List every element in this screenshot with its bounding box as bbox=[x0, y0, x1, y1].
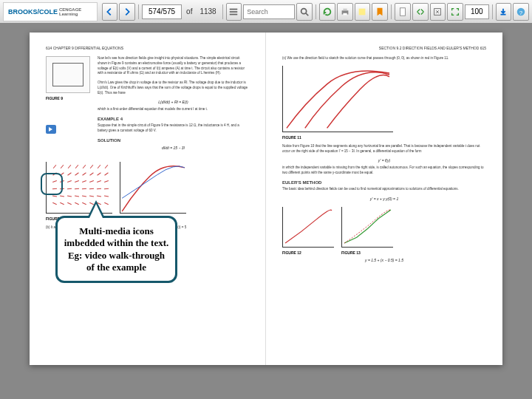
circuit-diagram bbox=[46, 56, 90, 93]
divider bbox=[492, 4, 493, 19]
note-button[interactable] bbox=[355, 3, 371, 21]
paragraph: Ohm's Law gives the drop in voltage due … bbox=[98, 81, 249, 95]
download-button[interactable] bbox=[496, 3, 512, 21]
search-input[interactable] bbox=[243, 4, 295, 19]
svg-text:?: ? bbox=[519, 9, 523, 16]
callout-text: Multi-media icons imbedded within the te… bbox=[64, 225, 169, 273]
page-header-right: SECTION 9.2 DIRECTION FIELDS AND EULER'S… bbox=[282, 46, 486, 50]
fit-button[interactable] bbox=[430, 3, 446, 21]
figure-13-label: FIGURE 13 bbox=[341, 250, 393, 255]
bookmark-button[interactable] bbox=[372, 3, 388, 21]
euler-plot-2 bbox=[341, 207, 393, 248]
svg-rect-0 bbox=[230, 8, 238, 10]
refresh-button[interactable] bbox=[319, 3, 335, 21]
formula: L(dI/dt) + RI = E(t) bbox=[98, 100, 249, 104]
paragraph: (c) We use the direction field to sketch… bbox=[282, 56, 486, 61]
divider bbox=[391, 4, 392, 19]
example-heading: EXAMPLE 4 bbox=[98, 117, 249, 121]
paragraph: Notice from Figure 10 that the line segm… bbox=[282, 144, 486, 154]
toc-button[interactable] bbox=[226, 3, 242, 21]
fullscreen-button[interactable] bbox=[447, 3, 463, 21]
help-button[interactable]: ? bbox=[513, 3, 529, 21]
svg-rect-5 bbox=[343, 8, 347, 10]
print-button[interactable] bbox=[337, 3, 353, 21]
svg-point-3 bbox=[301, 8, 307, 13]
paragraph: The basic idea behind direction fields c… bbox=[282, 187, 486, 192]
page-viewer: 614 CHAPTER 9 DIFFERENTIAL EQUATIONS FIG… bbox=[0, 24, 532, 399]
right-page: SECTION 9.2 DIRECTION FIELDS AND EULER'S… bbox=[266, 33, 502, 365]
example-text: Suppose that in the simple circuit of Fi… bbox=[98, 123, 249, 134]
solution-curve-plot bbox=[120, 162, 186, 214]
zoom-input[interactable]: 100 bbox=[465, 4, 489, 19]
svg-rect-8 bbox=[400, 7, 405, 16]
svg-rect-7 bbox=[359, 8, 366, 15]
svg-rect-1 bbox=[230, 11, 238, 13]
formula: y' = x + y y(0) = 1 bbox=[282, 197, 486, 201]
page-total: 1138 bbox=[200, 7, 216, 16]
euler-plot-1 bbox=[282, 207, 334, 248]
divider bbox=[316, 4, 316, 19]
formula: dI/dt = 15 − 3I bbox=[98, 146, 249, 150]
solution-heading: SOLUTION bbox=[98, 138, 249, 143]
annotation-callout: Multi-media icons imbedded within the te… bbox=[55, 216, 177, 283]
svg-rect-6 bbox=[343, 13, 347, 15]
paragraph: which is a first-order differential equa… bbox=[98, 107, 249, 112]
toolbar: BROOKS/COLE CENGAGE Learning 574/575 of … bbox=[0, 0, 532, 24]
figure-12-label: FIGURE 12 bbox=[282, 250, 334, 255]
divider bbox=[222, 4, 223, 19]
direction-field-large: document.write(Array.from({length:80},(_… bbox=[282, 66, 393, 132]
brand-logo: BROOKS/COLE CENGAGE Learning bbox=[3, 2, 98, 21]
new-doc-button[interactable] bbox=[395, 3, 411, 21]
brand-main: BROOKS/COLE bbox=[8, 8, 58, 16]
left-page: 614 CHAPTER 9 DIFFERENTIAL EQUATIONS FIG… bbox=[30, 33, 266, 365]
paragraph: in which the independent variable is mis… bbox=[282, 166, 486, 176]
page-of-label: of bbox=[186, 7, 192, 16]
next-page-button[interactable] bbox=[119, 3, 135, 21]
page-spread: 614 CHAPTER 9 DIFFERENTIAL EQUATIONS FIG… bbox=[30, 33, 502, 365]
formula: y = 1.5 + (x − 0.5) = 1.5 bbox=[282, 258, 486, 262]
callout-target-marker bbox=[41, 173, 63, 195]
page-number-input[interactable]: 574/575 bbox=[142, 4, 182, 19]
prev-page-button[interactable] bbox=[102, 3, 118, 21]
nav-button[interactable] bbox=[412, 3, 429, 21]
euler-heading: EULER'S METHOD bbox=[282, 180, 486, 185]
figure-11-label-r: FIGURE 11 bbox=[282, 135, 486, 140]
formula: y' = f(y) bbox=[282, 158, 486, 163]
video-icon[interactable] bbox=[46, 125, 56, 134]
search-button[interactable] bbox=[296, 3, 313, 21]
paragraph: Now let's see how direction fields give … bbox=[98, 56, 249, 76]
brand-sub: CENGAGE Learning bbox=[59, 7, 92, 16]
svg-rect-2 bbox=[230, 13, 238, 15]
page-header-left: 614 CHAPTER 9 DIFFERENTIAL EQUATIONS bbox=[46, 46, 249, 50]
divider bbox=[138, 4, 139, 19]
